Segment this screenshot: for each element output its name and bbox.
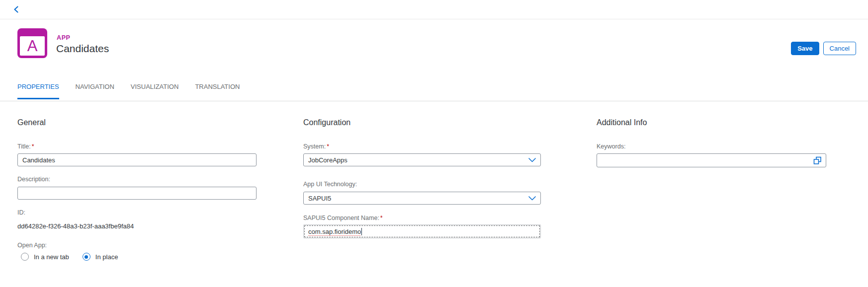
additional-info-heading: Additional Info bbox=[597, 118, 647, 127]
section-general: General Title:* Description: ID: dd64282… bbox=[17, 0, 257, 287]
required-asterisk: * bbox=[380, 215, 383, 221]
app-editor-page: A APP Candidates Save Cancel PROPERTIESN… bbox=[0, 0, 868, 287]
value-help-icon bbox=[813, 156, 822, 165]
system-select[interactable]: JobCoreApps bbox=[303, 153, 541, 166]
open-app-label: Open App: bbox=[17, 242, 47, 249]
general-heading: General bbox=[17, 118, 46, 127]
component-name-label: SAPUI5 Component Name:* bbox=[303, 215, 383, 221]
system-label: System:* bbox=[303, 143, 329, 150]
required-asterisk: * bbox=[32, 143, 34, 150]
keywords-label: Keywords: bbox=[597, 143, 625, 150]
sapui5-component-input[interactable]: com.sap.fioridemo bbox=[303, 224, 541, 238]
radio-in-place[interactable]: In place bbox=[83, 253, 118, 261]
text-cursor bbox=[361, 228, 362, 235]
radio-icon bbox=[21, 253, 29, 261]
chevron-down-icon bbox=[528, 196, 536, 201]
section-additional-info: Additional Info Keywords: bbox=[597, 0, 826, 287]
open-app-radio-group: In a new tab In place bbox=[21, 253, 118, 261]
title-input[interactable] bbox=[17, 153, 257, 166]
app-ui-technology-select[interactable]: SAPUI5 bbox=[303, 192, 541, 205]
value-help-button[interactable] bbox=[813, 156, 822, 165]
section-configuration: Configuration System:* JobCoreApps App U… bbox=[303, 0, 541, 287]
radio-icon bbox=[83, 253, 90, 261]
technology-label: App UI Technology: bbox=[303, 181, 357, 188]
radio-in-a-new-tab[interactable]: In a new tab bbox=[21, 253, 69, 261]
configuration-heading: Configuration bbox=[303, 118, 350, 127]
keywords-input[interactable] bbox=[597, 153, 826, 167]
description-input[interactable] bbox=[17, 187, 257, 200]
title-label: Title:* bbox=[17, 143, 34, 150]
id-label: ID: bbox=[17, 209, 25, 216]
description-label: Description: bbox=[17, 176, 50, 183]
cancel-button[interactable]: Cancel bbox=[823, 42, 856, 55]
chevron-down-icon bbox=[528, 158, 536, 162]
required-asterisk: * bbox=[327, 143, 329, 150]
id-value: dd64282e-f326-48a3-b23f-aaa3fbe9fa84 bbox=[17, 222, 134, 230]
keywords-field bbox=[597, 153, 826, 167]
